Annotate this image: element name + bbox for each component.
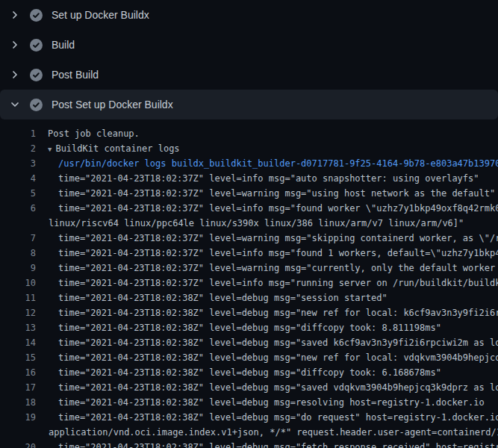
line-number-link[interactable]: 6 <box>0 201 36 216</box>
log-line: 5 time="2021-04-23T18:02:37Z" level=warn… <box>0 186 498 201</box>
log-line-text: time="2021-04-23T18:02:37Z" level=info m… <box>58 171 479 186</box>
check-circle-icon <box>30 39 43 52</box>
step-label: Set up Docker Buildx <box>52 9 149 21</box>
log-line-text: time="2021-04-23T18:02:38Z" level=debug … <box>58 350 498 365</box>
collapse-triangle-icon: ▼ <box>48 142 52 156</box>
step-row-set-up-docker-buildx[interactable]: Set up Docker Buildx <box>0 0 498 30</box>
line-number-link[interactable]: 20 <box>0 440 36 448</box>
line-number-link[interactable]: 14 <box>0 335 36 350</box>
log-line: 18 time="2021-04-23T18:02:38Z" level=deb… <box>0 395 498 410</box>
log-line: 12 time="2021-04-23T18:02:38Z" level=deb… <box>0 305 498 320</box>
log-line-text: time="2021-04-23T18:02:38Z" level=debug … <box>58 290 387 305</box>
log-line: 6 time="2021-04-23T18:02:37Z" level=info… <box>0 201 498 216</box>
log-line: application/vnd.oci.image.index.v1+json,… <box>0 425 498 440</box>
line-number-link[interactable]: 19 <box>0 410 36 425</box>
log-line-text: time="2021-04-23T18:02:38Z" level=debug … <box>58 440 498 448</box>
log-line-text: time="2021-04-23T18:02:37Z" level=warnin… <box>58 186 495 201</box>
steps-list: Set up Docker Buildx Build Post Buil <box>0 0 498 119</box>
line-number-link[interactable]: 5 <box>0 186 36 201</box>
line-number-link[interactable]: 8 <box>0 246 36 261</box>
step-row-build[interactable]: Build <box>0 30 498 60</box>
log-line: 17 time="2021-04-23T18:02:38Z" level=deb… <box>0 380 498 395</box>
check-circle-icon <box>30 9 43 22</box>
line-number-link[interactable]: 13 <box>0 320 36 335</box>
line-number-link[interactable]: 4 <box>0 171 36 186</box>
log-line-text: time="2021-04-23T18:02:37Z" level=warnin… <box>58 261 498 276</box>
log-line: 1 Post job cleanup. <box>0 126 498 141</box>
line-number-link[interactable]: 3 <box>0 156 36 171</box>
log-line: linux/riscv64 linux/ppc64le linux/s390x … <box>0 216 498 231</box>
log-line: 14 time="2021-04-23T18:02:38Z" level=deb… <box>0 335 498 350</box>
step-row-post-build[interactable]: Post Build <box>0 60 498 90</box>
log-line-text: time="2021-04-23T18:02:38Z" level=debug … <box>58 380 498 395</box>
line-number-link[interactable]: 15 <box>0 350 36 365</box>
line-number-link[interactable]: 10 <box>0 276 36 290</box>
log-line-text: time="2021-04-23T18:02:37Z" level=info m… <box>58 201 498 216</box>
log-line: 7 time="2021-04-23T18:02:37Z" level=warn… <box>0 231 498 246</box>
chevron-right-icon <box>9 69 21 81</box>
log-line: 11 time="2021-04-23T18:02:38Z" level=deb… <box>0 290 498 305</box>
log-line: 2 ▼BuildKit container logs <box>0 141 498 156</box>
log-line: 15 time="2021-04-23T18:02:38Z" level=deb… <box>0 350 498 365</box>
log-line: 9 time="2021-04-23T18:02:37Z" level=warn… <box>0 261 498 276</box>
line-number-link[interactable]: 18 <box>0 395 36 410</box>
command-line-text: /usr/bin/docker logs buildx_buildkit_bui… <box>58 156 498 171</box>
check-circle-icon <box>30 69 43 81</box>
log-line: 4 time="2021-04-23T18:02:37Z" level=info… <box>0 171 498 186</box>
step-label: Post Set up Docker Buildx <box>52 99 173 111</box>
log-line-text: linux/riscv64 linux/ppc64le linux/s390x … <box>49 216 464 231</box>
log-line: 3 /usr/bin/docker logs buildx_buildkit_b… <box>0 156 498 171</box>
line-number-link[interactable]: 11 <box>0 290 36 305</box>
log-line: 16 time="2021-04-23T18:02:38Z" level=deb… <box>0 365 498 380</box>
line-number-link[interactable]: 2 <box>0 141 36 156</box>
log-line: 19 time="2021-04-23T18:02:38Z" level=deb… <box>0 410 498 425</box>
log-line-text: time="2021-04-23T18:02:38Z" level=debug … <box>58 395 485 410</box>
log-line: 10 time="2021-04-23T18:02:37Z" level=inf… <box>0 276 498 290</box>
chevron-right-icon <box>9 39 21 51</box>
log-line: 13 time="2021-04-23T18:02:38Z" level=deb… <box>0 320 498 335</box>
step-label: Post Build <box>52 69 99 81</box>
log-line-text: time="2021-04-23T18:02:37Z" level=warnin… <box>58 231 498 246</box>
check-circle-icon <box>30 99 43 111</box>
line-number-link[interactable]: 9 <box>0 261 36 276</box>
log-line: 20 time="2021-04-23T18:02:38Z" level=deb… <box>0 440 498 448</box>
line-number-link[interactable]: 12 <box>0 305 36 320</box>
log-line-text: time="2021-04-23T18:02:38Z" level=debug … <box>58 335 498 350</box>
chevron-right-icon <box>9 9 21 21</box>
log-line-text: Post job cleanup. <box>48 126 140 141</box>
log-group-toggle[interactable]: BuildKit container logs <box>55 141 179 156</box>
line-number-link[interactable]: 16 <box>0 365 36 380</box>
line-number-link[interactable]: 1 <box>0 126 36 141</box>
log-line-text: time="2021-04-23T18:02:38Z" level=debug … <box>58 320 441 335</box>
log-area: 1 Post job cleanup. 2 ▼BuildKit containe… <box>0 119 498 448</box>
line-number-link[interactable]: 17 <box>0 380 36 395</box>
log-line: 8 time="2021-04-23T18:02:37Z" level=info… <box>0 246 498 261</box>
step-label: Build <box>52 39 75 51</box>
step-row-post-set-up-docker-buildx[interactable]: Post Set up Docker Buildx <box>0 90 498 119</box>
log-line-text: time="2021-04-23T18:02:37Z" level=info m… <box>58 276 498 290</box>
log-line-text: application/vnd.oci.image.index.v1+json,… <box>49 425 498 440</box>
chevron-down-icon <box>9 99 21 111</box>
log-line-text: time="2021-04-23T18:02:37Z" level=info m… <box>58 246 498 261</box>
line-number-link[interactable]: 7 <box>0 231 36 246</box>
log-line-text: time="2021-04-23T18:02:38Z" level=debug … <box>58 410 498 425</box>
log-line-text: time="2021-04-23T18:02:38Z" level=debug … <box>58 365 441 380</box>
log-line-text: time="2021-04-23T18:02:38Z" level=debug … <box>58 305 498 320</box>
